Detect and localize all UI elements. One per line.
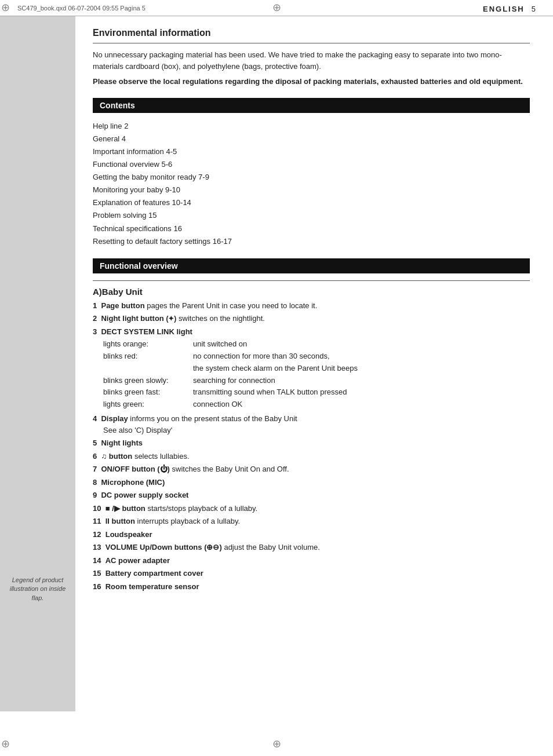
subsection-a-title: A)Baby Unit — [93, 287, 530, 297]
list-item: 6 ♫ button selects lullabies. — [93, 451, 530, 462]
dect-row: lights green:connection OK — [103, 399, 530, 411]
list-item: 3 DECT SYSTEM LINK lightlights orange:un… — [93, 326, 530, 411]
page-number: 5 — [532, 5, 536, 13]
list-item: 16 Room temperature sensor — [93, 581, 530, 593]
list-item: 4 Display informs you on the present sta… — [93, 413, 530, 436]
list-item: 13 VOLUME Up/Down buttons (⊕⊖) adjust th… — [93, 542, 530, 553]
sidebar: Legend of product illustration on inside… — [0, 16, 75, 711]
functional-list: 1 Page button pages the Parent Unit in c… — [93, 300, 530, 592]
corner-reg-bl: ⊕ — [1, 737, 10, 750]
toc-item: Getting the baby monitor ready 7-9 — [93, 171, 530, 184]
list-item: 11 II button interrupts playback of a lu… — [93, 516, 530, 527]
dect-row: lights orange:unit switched on — [103, 338, 530, 350]
toc-item: Technical specifications 16 — [93, 222, 530, 235]
env-title: Environmental information — [93, 28, 530, 38]
item-subdesc: See also 'C) Display' — [103, 425, 530, 436]
toc-item: Monitoring your baby 9-10 — [93, 184, 530, 196]
toc-list: Help line 2General 4Important informatio… — [93, 120, 530, 248]
file-info: SC479_book.qxd 06-07-2004 09:55 Pagina 5 — [17, 5, 145, 12]
env-divider — [93, 43, 530, 43]
corner-reg-tl: ⊕ — [1, 1, 10, 14]
corner-reg-bc: ⊕ — [272, 737, 281, 750]
list-item: 14 AC power adapter — [93, 555, 530, 567]
main-layout: Legend of product illustration on inside… — [0, 16, 553, 729]
content-area: Environmental information No unnecessary… — [75, 16, 553, 711]
list-item: 7 ON/OFF button (⏻) switches the Baby Un… — [93, 463, 530, 475]
toc-item: Problem solving 15 — [93, 209, 530, 222]
toc-item: General 4 — [93, 133, 530, 145]
list-item: 1 Page button pages the Parent Unit in c… — [93, 300, 530, 312]
language-label: ENGLISH — [483, 5, 525, 13]
toc-item: Explanation of features 10-14 — [93, 196, 530, 209]
toc-item: Help line 2 — [93, 120, 530, 133]
list-item: 15 Battery compartment cover — [93, 568, 530, 579]
dect-row: blinks green fast:transmitting sound whe… — [103, 386, 530, 399]
list-item: 5 Night lights — [93, 437, 530, 449]
list-item: 8 Microphone (MIC) — [93, 477, 530, 488]
env-body1: No unnecessary packaging material has be… — [93, 49, 530, 72]
env-body2: Please observe the local regulations reg… — [93, 76, 530, 87]
list-item: 10 ■ /▶ button starts/stops playback of … — [93, 503, 530, 514]
dect-row: blinks red:no connection for more than 3… — [103, 350, 530, 375]
toc-item: Functional overview 5-6 — [93, 158, 530, 171]
list-item: 2 Night light button (✦) switches on the… — [93, 313, 530, 324]
contents-header: Contents — [93, 98, 530, 113]
sidebar-legend: Legend of product illustration on inside… — [0, 571, 75, 607]
corner-reg-tc: ⊕ — [272, 1, 281, 14]
func-divider — [93, 280, 530, 281]
dect-row: blinks green slowly:searching for connec… — [103, 375, 530, 387]
toc-item: Important information 4-5 — [93, 145, 530, 158]
toc-item: Resetting to default factory settings 16… — [93, 235, 530, 248]
contents-section: Contents Help line 2General 4Important i… — [93, 98, 530, 248]
env-section: Environmental information No unnecessary… — [93, 28, 530, 87]
functional-section: Functional overview A)Baby Unit 1 Page b… — [93, 258, 530, 592]
contents-title: Contents — [100, 101, 135, 110]
list-item: 9 DC power supply socket — [93, 490, 530, 501]
list-item: 12 Loudspeaker — [93, 529, 530, 540]
functional-header: Functional overview — [93, 258, 530, 273]
functional-title: Functional overview — [100, 261, 178, 271]
